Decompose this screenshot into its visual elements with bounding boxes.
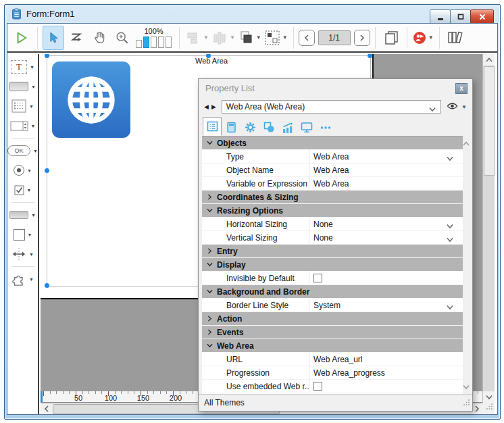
section-objects[interactable]: Objects: [202, 136, 463, 150]
property-row-object-name: Object Name Web Area: [202, 164, 463, 177]
value-type[interactable]: Web Area: [313, 152, 349, 161]
panel-close-button[interactable]: x: [455, 83, 468, 94]
property-label: Border Line Style: [202, 301, 309, 310]
distribute-button[interactable]: ▼: [211, 26, 236, 50]
minimize-button[interactable]: [430, 9, 451, 24]
tab-appearance[interactable]: [259, 119, 278, 136]
tab-chart[interactable]: [278, 119, 297, 136]
text-tool[interactable]: T ▼: [7, 59, 38, 75]
splitter-tool[interactable]: ▼: [7, 246, 38, 262]
next-page-button[interactable]: [354, 30, 370, 46]
object-selector-row: ◀ ▶ Web Area (Web Area) ▼: [204, 99, 467, 114]
section-display[interactable]: Display: [202, 258, 463, 272]
checkbox-tool[interactable]: ▼: [7, 182, 38, 198]
vertical-scrollbar[interactable]: [482, 54, 495, 403]
align-button[interactable]: ▼: [184, 26, 209, 50]
button-tool[interactable]: OK ▼: [7, 143, 38, 159]
value-url[interactable]: Web Area_url: [313, 355, 363, 364]
chevron-down-icon: [429, 105, 436, 114]
web-area-globe-icon[interactable]: [52, 61, 130, 138]
window-titlebar[interactable]: Form:Form1: [5, 5, 500, 23]
dropdown-arrow-icon: ▼: [31, 84, 36, 89]
chevron-right-icon: [206, 316, 213, 322]
zoom-level-box-3[interactable]: [151, 36, 157, 48]
property-row-type: Type Web Area: [202, 150, 463, 164]
section-events[interactable]: Events: [202, 326, 463, 339]
views-button[interactable]: ▼: [412, 26, 434, 50]
value-variable-or-expression[interactable]: Web Area: [313, 179, 349, 189]
pan-tool-button[interactable]: [89, 26, 110, 50]
selection-handle-middle-left[interactable]: [45, 168, 49, 173]
chevron-down-icon: [206, 289, 213, 294]
section-background-and-border[interactable]: Background and Border: [202, 285, 463, 299]
section-entry[interactable]: Entry: [202, 245, 463, 258]
entry-order-button[interactable]: [66, 26, 87, 50]
visibility-menu-button[interactable]: ▼: [447, 101, 467, 113]
scroll-up-button[interactable]: [483, 54, 495, 66]
radio-button-tool[interactable]: ▼: [7, 162, 38, 178]
section-resizing-options[interactable]: Resizing Options: [202, 204, 463, 218]
group-icon: [264, 30, 280, 46]
property-grid-scrollbar[interactable]: [462, 136, 471, 394]
section-coordinates-sizing[interactable]: Coordinates & Sizing: [202, 191, 463, 204]
zoom-level-box-1[interactable]: [136, 40, 142, 48]
scroll-up-button[interactable]: [463, 137, 470, 149]
scroll-down-button[interactable]: [463, 380, 470, 393]
rectangle-tool[interactable]: ▼: [7, 226, 38, 243]
plugin-area-tool[interactable]: ▼: [7, 271, 38, 287]
scroll-left-button[interactable]: [41, 403, 52, 414]
indicator-tool[interactable]: ▼: [7, 207, 38, 223]
value-object-name[interactable]: Web Area: [313, 166, 349, 175]
section-action[interactable]: Action: [202, 312, 463, 326]
property-label: URL: [202, 355, 309, 364]
zoom-level-box-2[interactable]: [143, 36, 149, 48]
chevron-down-icon: [447, 154, 453, 164]
tab-property-list[interactable]: [203, 117, 222, 136]
previous-page-button[interactable]: [299, 30, 315, 46]
zoom-level-box-4[interactable]: [158, 36, 164, 48]
selection-handle-bottom-left[interactable]: [45, 283, 49, 288]
maximize-button[interactable]: [450, 9, 471, 24]
section-label: Background and Border: [217, 287, 309, 297]
object-selector-dropdown[interactable]: Web Area (Web Area): [222, 100, 441, 114]
checkbox-use-embedded-web-r[interactable]: [313, 382, 322, 391]
object-library-button[interactable]: [445, 26, 466, 50]
props-list-icon: [207, 121, 218, 132]
list-box-tool[interactable]: ▼: [7, 98, 38, 114]
tab-more[interactable]: [316, 119, 335, 136]
tab-object[interactable]: [222, 119, 241, 136]
zoom-tool-button[interactable]: [111, 26, 133, 50]
tab-settings[interactable]: [241, 119, 259, 136]
chevron-right-icon: [206, 194, 213, 200]
tab-display[interactable]: [297, 119, 316, 136]
checkbox-invisible-by-default[interactable]: [313, 274, 322, 282]
section-web-area[interactable]: Web Area: [202, 339, 463, 353]
vertical-scrollbar-thumb[interactable]: [484, 66, 495, 176]
group-button[interactable]: ▼: [263, 26, 288, 50]
dropdown-arrow-icon: ▼: [27, 168, 32, 173]
value-vertical-sizing[interactable]: None: [313, 233, 333, 243]
previous-object-button[interactable]: ◀: [204, 103, 210, 110]
value-border-line-style[interactable]: System: [313, 301, 341, 310]
run-form-button[interactable]: [11, 26, 32, 50]
dropdown-arrow-icon: ▼: [31, 124, 36, 128]
property-row-progression: Progression Web Area_progress: [202, 366, 463, 380]
close-button[interactable]: [470, 9, 494, 24]
level-button[interactable]: ▼: [237, 26, 262, 50]
next-object-button[interactable]: ▶: [211, 103, 218, 110]
combo-box-tool[interactable]: ▼: [7, 118, 38, 134]
form-editor-window: Form:Form1 100% ▼▼▼▼1/1▼ T ▼ ▼ ▼ ▼OK ▼ ▼…: [4, 4, 501, 420]
zoom-level-box-5[interactable]: [166, 36, 172, 48]
align-icon: [185, 30, 201, 46]
resize-grip-icon[interactable]: [463, 399, 470, 408]
value-horizontal-sizing[interactable]: None: [313, 220, 333, 229]
minimize-icon: [436, 12, 445, 22]
section-label: Coordinates & Sizing: [217, 193, 299, 202]
input-tool[interactable]: ▼: [7, 78, 38, 95]
value-progression[interactable]: Web Area_progress: [313, 368, 385, 378]
pointer-tool-button[interactable]: [43, 26, 64, 50]
dropdown-arrow-icon: ▼: [29, 277, 34, 282]
rectangle-icon: [14, 229, 25, 241]
magnifier-icon: [115, 30, 130, 45]
form-pages-button[interactable]: [380, 26, 402, 50]
